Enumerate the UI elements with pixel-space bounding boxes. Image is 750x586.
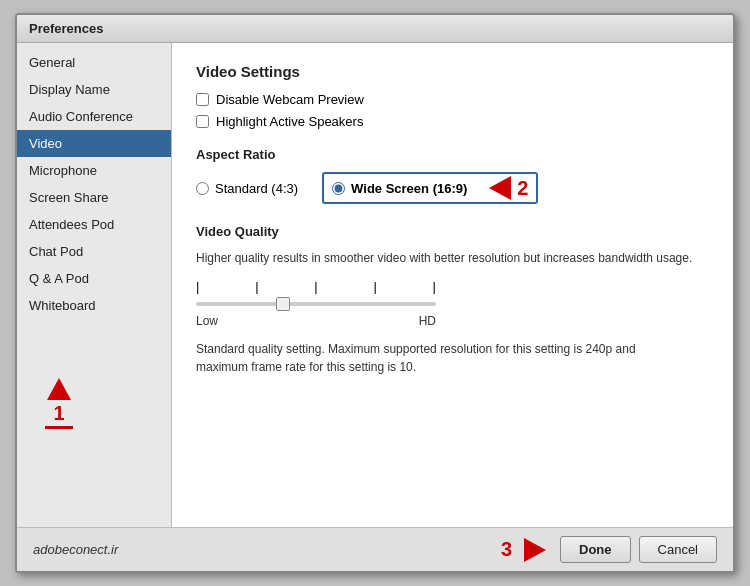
arrow-right-icon bbox=[524, 538, 546, 562]
highlight-speakers-label: Highlight Active Speakers bbox=[216, 114, 363, 129]
sidebar-item-audio-conference[interactable]: Audio Conference bbox=[17, 103, 171, 130]
preferences-dialog: Preferences General Display Name Audio C… bbox=[15, 13, 735, 573]
standard-radio-row: Standard (4:3) bbox=[196, 181, 298, 196]
footer-buttons: 3 Done Cancel bbox=[501, 536, 717, 563]
arrow-left-icon bbox=[489, 176, 511, 200]
highlight-speakers-checkbox[interactable] bbox=[196, 115, 209, 128]
done-button[interactable]: Done bbox=[560, 536, 631, 563]
quality-slider-container: | | | | | Low HD bbox=[196, 279, 709, 328]
sidebar-item-attendees-pod[interactable]: Attendees Pod bbox=[17, 211, 171, 238]
annotation-3-number: 3 bbox=[501, 538, 512, 561]
disable-webcam-row: Disable Webcam Preview bbox=[196, 92, 709, 107]
video-quality-title: Video Quality bbox=[196, 224, 709, 239]
standard-radio[interactable] bbox=[196, 182, 209, 195]
aspect-ratio-group: Standard (4:3) Wide Screen (16:9) 2 bbox=[196, 172, 709, 204]
annotation-1-underline bbox=[45, 426, 73, 429]
sidebar-item-general[interactable]: General bbox=[17, 49, 171, 76]
standard-radio-label: Standard (4:3) bbox=[215, 181, 298, 196]
content-area: Video Settings Disable Webcam Preview Hi… bbox=[172, 43, 733, 527]
quality-description: Higher quality results in smoother video… bbox=[196, 249, 709, 267]
dialog-footer: adobeconect.ir 3 Done Cancel bbox=[17, 527, 733, 571]
disable-webcam-checkbox[interactable] bbox=[196, 93, 209, 106]
cancel-button[interactable]: Cancel bbox=[639, 536, 717, 563]
annotation-3-arrow bbox=[524, 538, 546, 562]
slider-hd-label: HD bbox=[419, 314, 436, 328]
dialog-body: General Display Name Audio Conference Vi… bbox=[17, 43, 733, 527]
slider-track bbox=[196, 302, 436, 306]
sidebar-item-video[interactable]: Video bbox=[17, 130, 171, 157]
aspect-ratio-title: Aspect Ratio bbox=[196, 147, 709, 162]
footer-brand: adobeconect.ir bbox=[33, 542, 118, 557]
dialog-title: Preferences bbox=[29, 21, 103, 36]
slider-ticks: | | | | | bbox=[196, 279, 436, 294]
slider-low-label: Low bbox=[196, 314, 218, 328]
quality-note: Standard quality setting. Maximum suppor… bbox=[196, 340, 656, 376]
disable-webcam-label: Disable Webcam Preview bbox=[216, 92, 364, 107]
slider-thumb[interactable] bbox=[276, 297, 290, 311]
widescreen-radio-label: Wide Screen (16:9) bbox=[351, 181, 467, 196]
sidebar-item-display-name[interactable]: Display Name bbox=[17, 76, 171, 103]
arrow-up-icon bbox=[47, 378, 71, 400]
annotation-1-group: 1 bbox=[45, 378, 73, 429]
sidebar-item-qa-pod[interactable]: Q & A Pod bbox=[17, 265, 171, 292]
section-title: Video Settings bbox=[196, 63, 709, 80]
sidebar-item-whiteboard[interactable]: Whiteboard bbox=[17, 292, 171, 319]
sidebar-item-microphone[interactable]: Microphone bbox=[17, 157, 171, 184]
annotation-2-group: 2 bbox=[489, 176, 528, 200]
sidebar-item-screen-share[interactable]: Screen Share bbox=[17, 184, 171, 211]
sidebar: General Display Name Audio Conference Vi… bbox=[17, 43, 172, 527]
widescreen-radio-row: Wide Screen (16:9) 2 bbox=[322, 172, 538, 204]
sidebar-item-chat-pod[interactable]: Chat Pod bbox=[17, 238, 171, 265]
widescreen-radio[interactable] bbox=[332, 182, 345, 195]
slider-labels: Low HD bbox=[196, 314, 436, 328]
annotation-1-number: 1 bbox=[53, 402, 64, 425]
dialog-title-bar: Preferences bbox=[17, 15, 733, 43]
annotation-2-number: 2 bbox=[517, 177, 528, 200]
highlight-speakers-row: Highlight Active Speakers bbox=[196, 114, 709, 129]
